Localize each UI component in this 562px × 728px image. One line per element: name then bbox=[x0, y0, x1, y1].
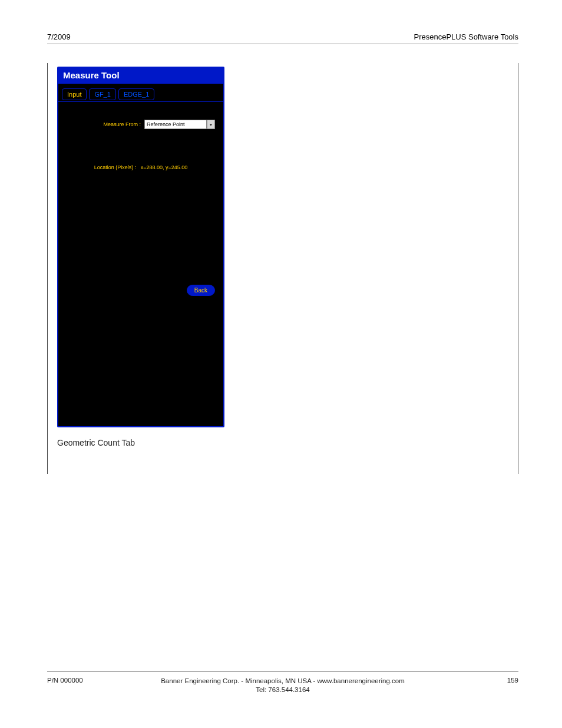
chevron-down-icon[interactable]: ▼ bbox=[207, 120, 215, 129]
page-body: 7/2009 PresencePLUS Software Tools Measu… bbox=[47, 32, 518, 474]
location-label: Location (Pixels) : bbox=[94, 164, 137, 170]
header-left: 7/2009 bbox=[47, 32, 71, 41]
footer-line1: Banner Engineering Corp. - Minneapolis, … bbox=[112, 677, 454, 686]
measure-from-value: Reference Point bbox=[144, 120, 207, 129]
panel-body: Measure From : Reference Point ▼ Locatio… bbox=[58, 102, 223, 426]
location-row: Location (Pixels) : x=288.00, y=245.00 bbox=[67, 164, 215, 170]
figure-caption: Geometric Count Tab bbox=[57, 438, 518, 447]
page-footer: P/N 000000 Banner Engineering Corp. - Mi… bbox=[47, 671, 518, 695]
location-value: x=288.00, y=245.00 bbox=[141, 164, 188, 170]
footer-page-number: 159 bbox=[454, 677, 518, 695]
content-frame: Measure Tool Input GF_1 EDGE_1 Measure F… bbox=[47, 63, 518, 474]
footer-pn: P/N 000000 bbox=[47, 677, 112, 695]
measure-from-select[interactable]: Reference Point ▼ bbox=[144, 120, 215, 129]
tab-input[interactable]: Input bbox=[62, 88, 87, 100]
measure-from-row: Measure From : Reference Point ▼ bbox=[67, 120, 215, 129]
header-right: PresencePLUS Software Tools bbox=[414, 32, 518, 41]
tabs: Input GF_1 EDGE_1 bbox=[62, 88, 220, 100]
panel-title: Measure Tool bbox=[58, 68, 223, 84]
measure-tool-panel: Measure Tool Input GF_1 EDGE_1 Measure F… bbox=[57, 67, 224, 427]
page-header: 7/2009 PresencePLUS Software Tools bbox=[47, 32, 518, 44]
back-button[interactable]: Back bbox=[187, 285, 215, 296]
footer-center: Banner Engineering Corp. - Minneapolis, … bbox=[112, 677, 454, 695]
tab-strip: Input GF_1 EDGE_1 bbox=[58, 84, 223, 102]
tab-gf1[interactable]: GF_1 bbox=[89, 88, 116, 100]
measure-from-label: Measure From : bbox=[103, 121, 141, 127]
tab-edge1[interactable]: EDGE_1 bbox=[118, 88, 154, 100]
footer-line2: Tel: 763.544.3164 bbox=[112, 686, 454, 695]
